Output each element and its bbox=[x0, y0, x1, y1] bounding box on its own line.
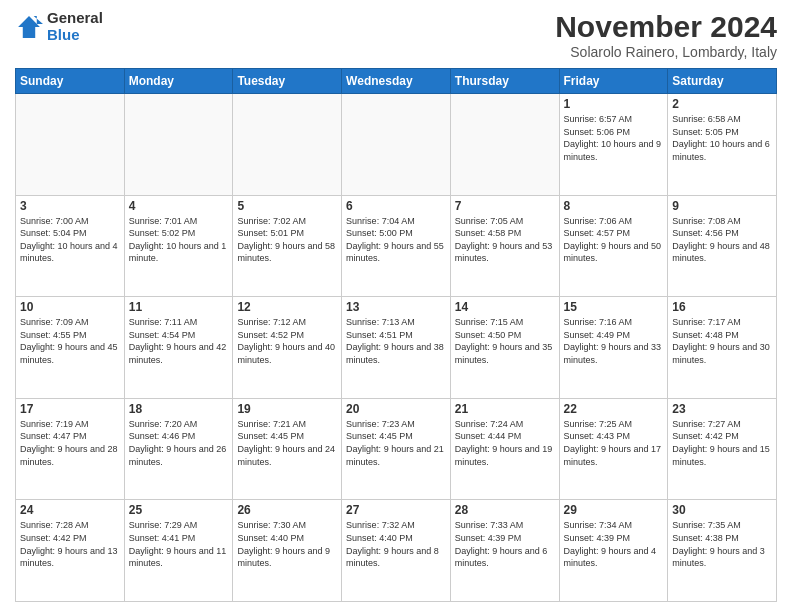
cell-1-3: 6Sunrise: 7:04 AM Sunset: 5:00 PM Daylig… bbox=[342, 195, 451, 297]
logo-text: General Blue bbox=[47, 10, 103, 43]
day-number: 8 bbox=[564, 199, 664, 213]
col-thursday: Thursday bbox=[450, 69, 559, 94]
col-saturday: Saturday bbox=[668, 69, 777, 94]
day-info: Sunrise: 6:57 AM Sunset: 5:06 PM Dayligh… bbox=[564, 113, 664, 163]
col-wednesday: Wednesday bbox=[342, 69, 451, 94]
cell-1-0: 3Sunrise: 7:00 AM Sunset: 5:04 PM Daylig… bbox=[16, 195, 125, 297]
cell-2-5: 15Sunrise: 7:16 AM Sunset: 4:49 PM Dayli… bbox=[559, 297, 668, 399]
cell-4-0: 24Sunrise: 7:28 AM Sunset: 4:42 PM Dayli… bbox=[16, 500, 125, 602]
col-monday: Monday bbox=[124, 69, 233, 94]
header-row: Sunday Monday Tuesday Wednesday Thursday… bbox=[16, 69, 777, 94]
day-number: 25 bbox=[129, 503, 229, 517]
day-info: Sunrise: 6:58 AM Sunset: 5:05 PM Dayligh… bbox=[672, 113, 772, 163]
cell-2-0: 10Sunrise: 7:09 AM Sunset: 4:55 PM Dayli… bbox=[16, 297, 125, 399]
cell-3-3: 20Sunrise: 7:23 AM Sunset: 4:45 PM Dayli… bbox=[342, 398, 451, 500]
day-info: Sunrise: 7:34 AM Sunset: 4:39 PM Dayligh… bbox=[564, 519, 664, 569]
day-number: 28 bbox=[455, 503, 555, 517]
cell-0-4 bbox=[450, 94, 559, 196]
col-friday: Friday bbox=[559, 69, 668, 94]
cell-3-5: 22Sunrise: 7:25 AM Sunset: 4:43 PM Dayli… bbox=[559, 398, 668, 500]
day-info: Sunrise: 7:30 AM Sunset: 4:40 PM Dayligh… bbox=[237, 519, 337, 569]
day-number: 21 bbox=[455, 402, 555, 416]
location: Solarolo Rainero, Lombardy, Italy bbox=[555, 44, 777, 60]
day-info: Sunrise: 7:28 AM Sunset: 4:42 PM Dayligh… bbox=[20, 519, 120, 569]
day-number: 9 bbox=[672, 199, 772, 213]
day-number: 14 bbox=[455, 300, 555, 314]
week-row-4: 24Sunrise: 7:28 AM Sunset: 4:42 PM Dayli… bbox=[16, 500, 777, 602]
week-row-1: 3Sunrise: 7:00 AM Sunset: 5:04 PM Daylig… bbox=[16, 195, 777, 297]
day-info: Sunrise: 7:24 AM Sunset: 4:44 PM Dayligh… bbox=[455, 418, 555, 468]
day-info: Sunrise: 7:20 AM Sunset: 4:46 PM Dayligh… bbox=[129, 418, 229, 468]
cell-2-1: 11Sunrise: 7:11 AM Sunset: 4:54 PM Dayli… bbox=[124, 297, 233, 399]
cell-4-4: 28Sunrise: 7:33 AM Sunset: 4:39 PM Dayli… bbox=[450, 500, 559, 602]
cell-1-1: 4Sunrise: 7:01 AM Sunset: 5:02 PM Daylig… bbox=[124, 195, 233, 297]
day-number: 15 bbox=[564, 300, 664, 314]
day-number: 30 bbox=[672, 503, 772, 517]
day-number: 29 bbox=[564, 503, 664, 517]
day-number: 23 bbox=[672, 402, 772, 416]
cell-1-4: 7Sunrise: 7:05 AM Sunset: 4:58 PM Daylig… bbox=[450, 195, 559, 297]
cell-0-6: 2Sunrise: 6:58 AM Sunset: 5:05 PM Daylig… bbox=[668, 94, 777, 196]
title-area: November 2024 Solarolo Rainero, Lombardy… bbox=[555, 10, 777, 60]
day-info: Sunrise: 7:19 AM Sunset: 4:47 PM Dayligh… bbox=[20, 418, 120, 468]
day-info: Sunrise: 7:02 AM Sunset: 5:01 PM Dayligh… bbox=[237, 215, 337, 265]
day-info: Sunrise: 7:08 AM Sunset: 4:56 PM Dayligh… bbox=[672, 215, 772, 265]
col-tuesday: Tuesday bbox=[233, 69, 342, 94]
day-number: 6 bbox=[346, 199, 446, 213]
logo-general: General bbox=[47, 10, 103, 27]
day-number: 1 bbox=[564, 97, 664, 111]
day-info: Sunrise: 7:09 AM Sunset: 4:55 PM Dayligh… bbox=[20, 316, 120, 366]
cell-2-6: 16Sunrise: 7:17 AM Sunset: 4:48 PM Dayli… bbox=[668, 297, 777, 399]
cell-1-5: 8Sunrise: 7:06 AM Sunset: 4:57 PM Daylig… bbox=[559, 195, 668, 297]
week-row-0: 1Sunrise: 6:57 AM Sunset: 5:06 PM Daylig… bbox=[16, 94, 777, 196]
cell-2-3: 13Sunrise: 7:13 AM Sunset: 4:51 PM Dayli… bbox=[342, 297, 451, 399]
day-info: Sunrise: 7:32 AM Sunset: 4:40 PM Dayligh… bbox=[346, 519, 446, 569]
day-info: Sunrise: 7:25 AM Sunset: 4:43 PM Dayligh… bbox=[564, 418, 664, 468]
day-info: Sunrise: 7:04 AM Sunset: 5:00 PM Dayligh… bbox=[346, 215, 446, 265]
day-info: Sunrise: 7:27 AM Sunset: 4:42 PM Dayligh… bbox=[672, 418, 772, 468]
cell-4-5: 29Sunrise: 7:34 AM Sunset: 4:39 PM Dayli… bbox=[559, 500, 668, 602]
cell-1-6: 9Sunrise: 7:08 AM Sunset: 4:56 PM Daylig… bbox=[668, 195, 777, 297]
week-row-3: 17Sunrise: 7:19 AM Sunset: 4:47 PM Dayli… bbox=[16, 398, 777, 500]
header: General Blue November 2024 Solarolo Rain… bbox=[15, 10, 777, 60]
day-number: 11 bbox=[129, 300, 229, 314]
day-info: Sunrise: 7:01 AM Sunset: 5:02 PM Dayligh… bbox=[129, 215, 229, 265]
day-number: 22 bbox=[564, 402, 664, 416]
day-number: 18 bbox=[129, 402, 229, 416]
day-info: Sunrise: 7:29 AM Sunset: 4:41 PM Dayligh… bbox=[129, 519, 229, 569]
day-number: 2 bbox=[672, 97, 772, 111]
cell-0-3 bbox=[342, 94, 451, 196]
col-sunday: Sunday bbox=[16, 69, 125, 94]
day-number: 17 bbox=[20, 402, 120, 416]
cell-3-2: 19Sunrise: 7:21 AM Sunset: 4:45 PM Dayli… bbox=[233, 398, 342, 500]
day-number: 12 bbox=[237, 300, 337, 314]
day-info: Sunrise: 7:13 AM Sunset: 4:51 PM Dayligh… bbox=[346, 316, 446, 366]
cell-4-2: 26Sunrise: 7:30 AM Sunset: 4:40 PM Dayli… bbox=[233, 500, 342, 602]
day-info: Sunrise: 7:23 AM Sunset: 4:45 PM Dayligh… bbox=[346, 418, 446, 468]
cell-3-6: 23Sunrise: 7:27 AM Sunset: 4:42 PM Dayli… bbox=[668, 398, 777, 500]
cell-2-4: 14Sunrise: 7:15 AM Sunset: 4:50 PM Dayli… bbox=[450, 297, 559, 399]
day-info: Sunrise: 7:15 AM Sunset: 4:50 PM Dayligh… bbox=[455, 316, 555, 366]
cell-4-6: 30Sunrise: 7:35 AM Sunset: 4:38 PM Dayli… bbox=[668, 500, 777, 602]
day-number: 10 bbox=[20, 300, 120, 314]
cell-3-0: 17Sunrise: 7:19 AM Sunset: 4:47 PM Dayli… bbox=[16, 398, 125, 500]
cell-2-2: 12Sunrise: 7:12 AM Sunset: 4:52 PM Dayli… bbox=[233, 297, 342, 399]
cell-0-5: 1Sunrise: 6:57 AM Sunset: 5:06 PM Daylig… bbox=[559, 94, 668, 196]
day-number: 19 bbox=[237, 402, 337, 416]
day-info: Sunrise: 7:35 AM Sunset: 4:38 PM Dayligh… bbox=[672, 519, 772, 569]
day-info: Sunrise: 7:00 AM Sunset: 5:04 PM Dayligh… bbox=[20, 215, 120, 265]
day-info: Sunrise: 7:33 AM Sunset: 4:39 PM Dayligh… bbox=[455, 519, 555, 569]
day-info: Sunrise: 7:21 AM Sunset: 4:45 PM Dayligh… bbox=[237, 418, 337, 468]
day-number: 4 bbox=[129, 199, 229, 213]
day-number: 5 bbox=[237, 199, 337, 213]
calendar-table: Sunday Monday Tuesday Wednesday Thursday… bbox=[15, 68, 777, 602]
day-number: 13 bbox=[346, 300, 446, 314]
day-info: Sunrise: 7:11 AM Sunset: 4:54 PM Dayligh… bbox=[129, 316, 229, 366]
logo-icon bbox=[15, 13, 43, 41]
day-number: 27 bbox=[346, 503, 446, 517]
day-number: 20 bbox=[346, 402, 446, 416]
day-number: 16 bbox=[672, 300, 772, 314]
day-info: Sunrise: 7:12 AM Sunset: 4:52 PM Dayligh… bbox=[237, 316, 337, 366]
day-info: Sunrise: 7:05 AM Sunset: 4:58 PM Dayligh… bbox=[455, 215, 555, 265]
month-title: November 2024 bbox=[555, 10, 777, 44]
